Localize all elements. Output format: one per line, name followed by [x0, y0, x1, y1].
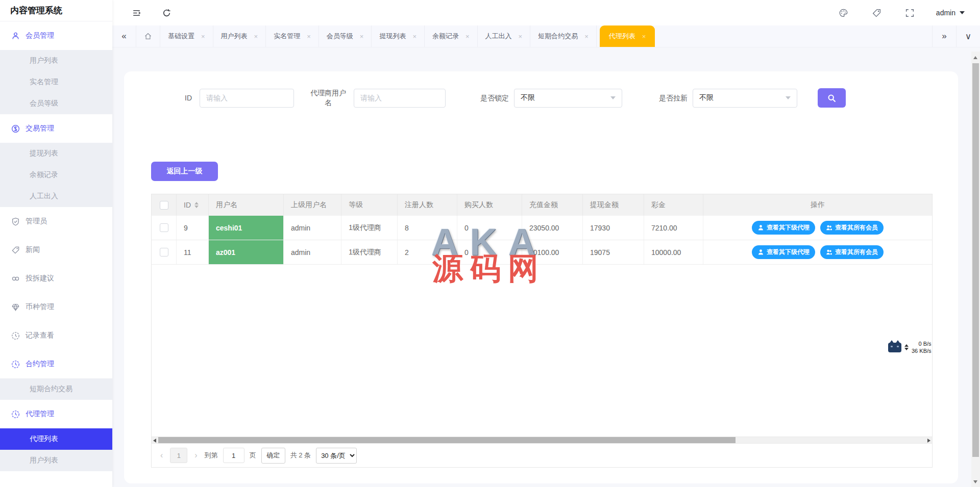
sidebar-item-label: 投拆建议 [26, 274, 54, 283]
cell-bonus: 10000.00 [644, 240, 703, 264]
home-icon [144, 32, 152, 40]
page-size-select[interactable]: 30 条/页 [316, 448, 357, 464]
view-sub-agents-button[interactable]: 查看其下级代理 [752, 245, 815, 259]
close-icon[interactable]: × [201, 33, 205, 40]
lock-filter-label: 是否锁定 [473, 93, 509, 103]
back-to-parent-button[interactable]: 返回上一级 [151, 162, 218, 181]
tab-realname-mgmt[interactable]: 实名管理× [266, 25, 319, 47]
sidebar-item-records-view[interactable]: 记录查看 [0, 321, 112, 350]
tab-manual-inout[interactable]: 人工出入× [478, 25, 531, 47]
sidebar-item-manual-inout[interactable]: 人工出入 [0, 186, 112, 207]
sidebar-submenu-member: 用户列表 实名管理 会员等级 [0, 50, 112, 114]
total-count-label: 共 2 条 [290, 451, 311, 460]
sidebar-item-admin-mgmt[interactable]: 管理员 [0, 207, 112, 236]
link-icon [11, 274, 20, 283]
sidebar-item-short-contract[interactable]: 短期合约交易 [0, 378, 112, 400]
tabs-scroll-right[interactable]: » [932, 25, 956, 47]
scroll-down-arrow-icon[interactable] [973, 480, 977, 483]
table-horizontal-scrollbar[interactable] [152, 437, 932, 443]
pull-filter-select[interactable]: 不限 [693, 89, 797, 108]
tab-short-contract[interactable]: 短期合约交易× [530, 25, 597, 47]
sidebar-item-user-list[interactable]: 用户列表 [0, 50, 112, 71]
theme-palette-icon[interactable] [839, 8, 848, 18]
tab-balance-records[interactable]: 余额记录× [425, 25, 478, 47]
updown-arrows-icon [904, 344, 909, 350]
prev-page-button[interactable]: ‹ [158, 451, 165, 460]
tab-withdraw-list[interactable]: 提现列表× [372, 25, 425, 47]
agent-table: ID 用户名 上级用户名 等级 注册人数 购买人数 充值金额 提现金额 彩金 操… [151, 194, 933, 468]
search-button[interactable] [818, 88, 846, 108]
sidebar-item-agent-list[interactable]: 代理列表 [0, 428, 112, 450]
view-all-members-button[interactable]: 查看其所有会员 [820, 245, 884, 259]
home-tab[interactable] [136, 25, 160, 47]
sidebar-item-realname-mgmt[interactable]: 实名管理 [0, 71, 112, 93]
tabs-scroll-left[interactable]: « [112, 25, 136, 47]
close-icon[interactable]: × [254, 33, 258, 40]
select-all-checkbox[interactable] [160, 201, 168, 210]
sidebar-item-agent-mgmt[interactable]: 代理管理 [0, 400, 112, 428]
tab-agent-list-active[interactable]: 代理列表× [600, 25, 655, 47]
cell-registered: 8 [398, 216, 457, 240]
net-speed-widget[interactable]: 0 B/s 36 KB/s [888, 340, 932, 355]
fullscreen-icon[interactable] [905, 8, 915, 18]
horizontal-scrollbar-thumb[interactable] [158, 437, 736, 443]
sidebar-item-feedback[interactable]: 投拆建议 [0, 264, 112, 293]
chevron-down-icon [786, 96, 791, 99]
row-checkbox[interactable] [160, 223, 168, 232]
page-vertical-scrollbar[interactable] [971, 52, 980, 487]
next-page-button[interactable]: › [192, 451, 199, 460]
users-icon [826, 249, 832, 255]
col-header-id: ID [184, 201, 191, 209]
cell-id: 9 [177, 216, 209, 240]
sidebar-item-label: 代理管理 [26, 409, 54, 419]
sidebar-item-balance-records[interactable]: 余额记录 [0, 164, 112, 186]
agent-filter-input[interactable] [354, 89, 446, 108]
col-header-parent: 上级用户名 [284, 194, 341, 216]
close-icon[interactable]: × [360, 33, 364, 40]
close-icon[interactable]: × [412, 33, 416, 40]
close-icon[interactable]: × [307, 33, 311, 40]
col-header-recharge: 充值金额 [522, 194, 583, 216]
sidebar-item-agent-user-list[interactable]: 用户列表 [0, 450, 112, 471]
close-icon[interactable]: × [642, 33, 646, 40]
cell-username: az001 [209, 240, 284, 264]
id-filter-input[interactable] [200, 89, 294, 108]
close-icon[interactable]: × [519, 33, 523, 40]
topbar: admin [112, 0, 980, 25]
tabs-menu-chevron[interactable]: ∨ [956, 25, 980, 47]
sidebar-item-trade-mgmt[interactable]: 交易管理 [0, 114, 112, 143]
tag-icon[interactable] [872, 8, 881, 18]
tab-member-level[interactable]: 会员等级× [319, 25, 372, 47]
lock-filter-select[interactable]: 不限 [514, 89, 622, 108]
scroll-up-arrow-icon[interactable] [973, 56, 977, 59]
scroll-left-arrow-icon[interactable] [153, 439, 156, 443]
vertical-scrollbar-thumb[interactable] [972, 63, 979, 457]
view-all-members-button[interactable]: 查看其所有会员 [820, 221, 884, 235]
sort-icon[interactable] [194, 202, 199, 208]
view-sub-agents-button[interactable]: 查看其下级代理 [752, 221, 815, 235]
collapse-menu-icon[interactable] [132, 8, 141, 18]
refresh-icon[interactable] [162, 8, 172, 18]
close-icon[interactable]: × [584, 33, 589, 40]
cell-level: 1级代理商 [341, 216, 398, 240]
goto-page-input[interactable] [223, 448, 244, 463]
close-icon[interactable]: × [465, 33, 470, 40]
sidebar-item-member-mgmt[interactable]: 会员管理 [0, 21, 112, 50]
user-menu[interactable]: admin [936, 9, 965, 17]
goto-confirm-button[interactable]: 确定 [261, 448, 285, 464]
col-header-level: 等级 [341, 194, 398, 216]
sidebar-item-contract-mgmt[interactable]: 合约管理 [0, 350, 112, 378]
sidebar-item-coin-mgmt[interactable]: 币种管理 [0, 293, 112, 321]
tab-basic-settings[interactable]: 基础设置× [160, 25, 213, 47]
coin-icon [11, 124, 20, 133]
tag-icon [11, 246, 20, 254]
sidebar-item-news[interactable]: 新闻 [0, 236, 112, 264]
table-row: 11 az001 admin 1级代理商 2 0 20100.00 19075 … [152, 240, 932, 265]
sidebar-item-member-level[interactable]: 会员等级 [0, 93, 112, 114]
scroll-right-arrow-icon[interactable] [927, 439, 930, 443]
row-checkbox[interactable] [160, 248, 168, 257]
current-page-badge[interactable]: 1 [170, 448, 187, 463]
tab-user-list[interactable]: 用户列表× [213, 25, 266, 47]
chevron-down-icon [960, 11, 965, 14]
sidebar-item-withdraw-list[interactable]: 提现列表 [0, 143, 112, 164]
